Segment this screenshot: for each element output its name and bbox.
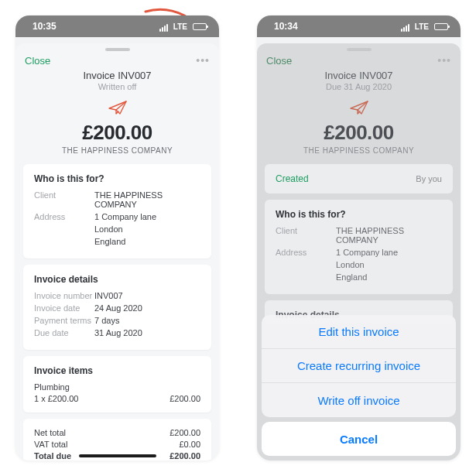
close-button[interactable]: Close	[266, 55, 292, 67]
invoice-amount: £200.00	[15, 121, 219, 145]
home-indicator[interactable]	[79, 454, 156, 457]
invoice-title: Invoice INV007	[15, 70, 219, 81]
battery-icon	[434, 23, 448, 30]
company-name: THE HAPPINESS COMPANY	[257, 146, 461, 155]
item-line-total: £200.00	[170, 394, 200, 403]
section-heading: Who is this for?	[34, 173, 200, 184]
invoice-status: Written off	[15, 82, 219, 91]
section-heading: Invoice items	[34, 365, 200, 376]
network-label: LTE	[173, 22, 187, 31]
battery-icon	[193, 23, 207, 30]
card-who-is-this-for: Who is this for? ClientTHE HAPPINESS COM…	[23, 164, 211, 259]
more-menu-icon[interactable]: •••	[196, 54, 210, 67]
status-time: 10:35	[33, 21, 57, 32]
section-heading: Who is this for?	[276, 209, 442, 220]
card-created: Created By you	[265, 164, 453, 193]
invoice-screen-writtenoff: 10:35 LTE Close ••• Invoice INV007 Writt…	[15, 15, 219, 461]
paper-plane-icon	[107, 99, 128, 116]
company-name: THE HAPPINESS COMPANY	[15, 146, 219, 155]
created-by: By you	[416, 174, 442, 183]
action-write-off[interactable]: Write off invoice	[262, 383, 456, 417]
item-qty: 1 x £200.00	[34, 394, 79, 403]
card-invoice-items: Invoice items Plumbing 1 x £200.00 £200.…	[23, 356, 211, 413]
network-label: LTE	[415, 22, 429, 31]
status-time: 10:34	[274, 21, 298, 32]
card-who-is-this-for: Who is this for? ClientTHE HAPPINESS COM…	[265, 200, 453, 294]
paper-plane-icon	[348, 99, 370, 116]
action-sheet: Edit this invoice Create recurring invoi…	[262, 315, 456, 456]
invoice-screen-actionsheet: 10:34 LTE Close ••• Invoice INV007 Due 3…	[257, 15, 461, 461]
action-edit-invoice[interactable]: Edit this invoice	[262, 315, 456, 349]
close-button[interactable]: Close	[25, 55, 50, 67]
signal-icon	[159, 21, 168, 32]
created-label: Created	[276, 173, 309, 184]
status-bar: 10:34 LTE	[257, 15, 461, 37]
invoice-title: Invoice INV007	[257, 70, 461, 81]
card-invoice-details: Invoice details Invoice numberINV007 Inv…	[23, 265, 211, 350]
more-menu-icon[interactable]: •••	[437, 54, 451, 67]
action-cancel[interactable]: Cancel	[262, 422, 456, 456]
invoice-due: Due 31 Aug 2020	[257, 82, 461, 91]
action-create-recurring[interactable]: Create recurring invoice	[262, 349, 456, 383]
item-name: Plumbing	[34, 382, 200, 392]
section-heading: Invoice details	[34, 274, 200, 285]
signal-icon	[400, 21, 409, 32]
status-bar: 10:35 LTE	[15, 15, 219, 37]
invoice-amount: £200.00	[257, 121, 461, 145]
